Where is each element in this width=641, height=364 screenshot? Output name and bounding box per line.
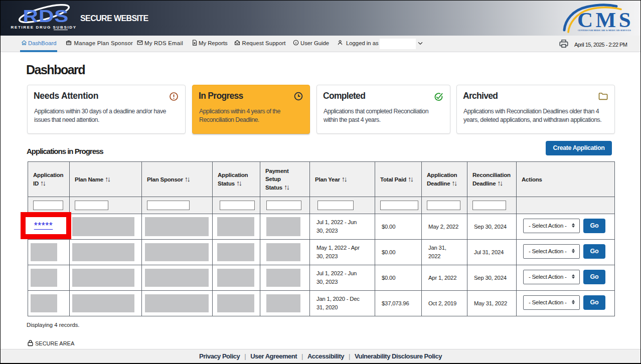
svg-text:RDS: RDS bbox=[23, 7, 69, 26]
svg-text:CMS: CMS bbox=[577, 8, 633, 32]
svg-text:RETIREE DRUG SUBSIDY: RETIREE DRUG SUBSIDY bbox=[11, 25, 77, 30]
svg-text:CENTERS FOR MEDICARE & MEDICAI: CENTERS FOR MEDICARE & MEDICAID SERVICES bbox=[578, 29, 631, 32]
